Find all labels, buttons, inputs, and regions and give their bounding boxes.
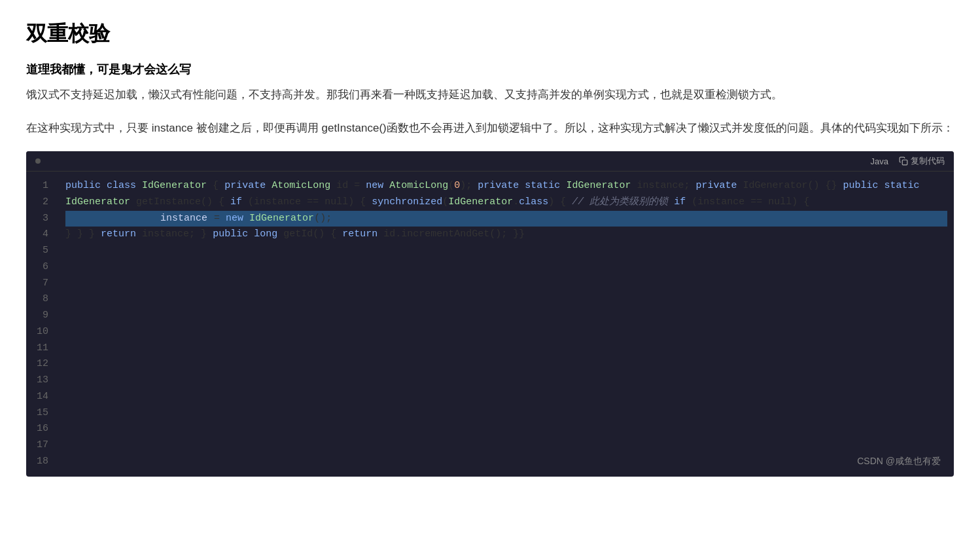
line-number: 16 [37,421,48,437]
line-number: 9 [37,308,48,324]
watermark: CSDN @咸鱼也有爱 [857,456,941,467]
paragraph1: 饿汉式不支持延迟加载，懒汉式有性能问题，不支持高并发。那我们再来看一种既支持延迟… [26,85,954,105]
code-dot [35,158,41,164]
line-number: 15 [37,405,48,422]
line-number: 3 [37,211,48,227]
line-number: 8 [37,291,48,308]
code-line: } [71,228,83,240]
line-numbers: 123456789101112131415161718 [26,178,59,470]
line-number: 14 [37,389,48,405]
code-lines: public class IdGenerator { private Atomi… [59,178,954,470]
code-header: Java 复制代码 [26,151,954,172]
section-subtitle: 道理我都懂，可是鬼才会这么写 [26,62,954,77]
code-block: Java 复制代码 123456789101112131415161718 pu… [26,151,954,477]
code-line: synchronized(IdGenerator.class) { // 此处为… [366,196,668,208]
svg-rect-0 [902,160,907,165]
code-header-left [35,158,41,164]
code-line: if (instance == null) { [224,196,366,208]
line-number: 4 [37,227,48,243]
paragraph2: 在这种实现方式中，只要 instance 被创建之后，即便再调用 getInst… [26,119,954,139]
code-line: } [519,228,525,240]
line-number: 10 [37,324,48,340]
code-lang-label: Java [871,156,888,166]
line-number: 1 [37,178,48,194]
line-number: 12 [37,356,48,373]
code-line: } [65,228,71,240]
code-line: return instance; [95,228,195,240]
line-number: 18 [37,454,48,470]
code-line: private IdGenerator() {} [690,180,837,191]
code-line: if (instance == null) { [668,196,809,208]
line-number: 17 [37,437,48,454]
code-line: } [195,228,207,240]
line-number: 13 [37,373,48,389]
page-title: 双重校验 [26,20,954,48]
line-number: 5 [37,243,48,259]
code-line: return id.incrementAndGet(); [336,228,507,240]
line-number: 2 [37,194,48,211]
code-line: private static IdGenerator instance; [472,180,690,191]
line-number: 11 [37,340,48,357]
line-number: 7 [37,276,48,292]
code-line: instance = new IdGenerator(); [65,211,947,227]
code-line: } [507,228,519,240]
code-line: public class IdGenerator { [65,180,219,191]
code-line: } [83,228,95,240]
line-number: 6 [37,259,48,276]
copy-label: 复制代码 [911,155,945,167]
code-header-right: Java 复制代码 [871,155,945,167]
code-line: private AtomicLong id = new AtomicLong(0… [219,180,472,191]
code-body: 123456789101112131415161718 public class… [26,172,954,477]
copy-button[interactable]: 复制代码 [899,155,945,167]
code-line: public long getId() { [207,228,336,240]
